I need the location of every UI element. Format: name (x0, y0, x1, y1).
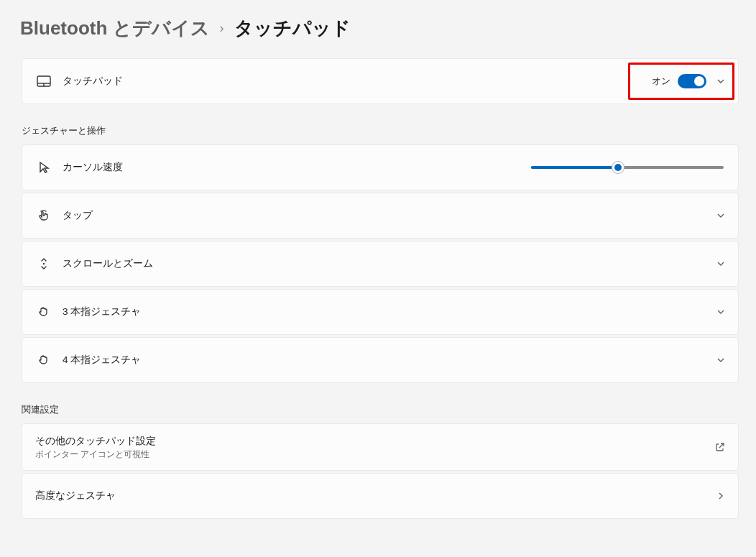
chevron-down-icon (716, 259, 725, 268)
four-finger-row[interactable]: 4 本指ジェスチャ (22, 337, 739, 383)
scroll-zoom-row[interactable]: スクロールとズーム (22, 241, 739, 287)
chevron-right-icon (716, 492, 725, 500)
section-title-gestures: ジェスチャーと操作 (22, 124, 739, 137)
scroll-zoom-icon (35, 257, 52, 270)
chevron-down-icon (716, 308, 725, 316)
svg-line-4 (719, 443, 724, 448)
svg-point-3 (43, 263, 45, 264)
three-finger-row[interactable]: 3 本指ジェスチャ (22, 289, 739, 335)
breadcrumb-current: タッチパッド (234, 16, 351, 41)
cursor-speed-label: カーソル速度 (63, 161, 123, 174)
three-finger-label: 3 本指ジェスチャ (63, 305, 141, 318)
settings-page: Bluetooth とデバイス › タッチパッド タッチパッド オン ジェスチャ… (0, 0, 756, 519)
open-external-icon (715, 442, 725, 452)
tap-label: タップ (63, 209, 93, 222)
chevron-down-icon (716, 356, 725, 364)
chevron-down-icon (716, 77, 725, 86)
chevron-down-icon (716, 211, 725, 220)
touchpad-toggle[interactable] (678, 74, 706, 88)
other-touchpad-sublabel: ポインター アイコンと可視性 (35, 449, 156, 460)
other-touchpad-settings-row[interactable]: その他のタッチパッド設定 ポインター アイコンと可視性 (22, 423, 739, 471)
breadcrumb: Bluetooth とデバイス › タッチパッド (20, 16, 739, 41)
advanced-gestures-label: 高度なジェスチャ (35, 489, 116, 502)
hand-icon (35, 354, 52, 367)
touchpad-toggle-row[interactable]: タッチパッド オン (22, 58, 739, 104)
breadcrumb-separator: › (220, 21, 224, 36)
section-title-related: 関連設定 (22, 403, 739, 416)
cursor-speed-slider[interactable] (531, 166, 724, 169)
cursor-icon (35, 161, 52, 174)
touchpad-label: タッチパッド (63, 75, 123, 88)
breadcrumb-parent-link[interactable]: Bluetooth とデバイス (20, 16, 210, 41)
touchpad-toggle-state-text: オン (652, 75, 670, 88)
touchpad-icon (35, 75, 52, 87)
four-finger-label: 4 本指ジェスチャ (63, 354, 141, 367)
scroll-zoom-label: スクロールとズーム (63, 257, 153, 270)
other-touchpad-label: その他のタッチパッド設定 (35, 435, 156, 448)
hand-icon (35, 305, 52, 318)
tap-icon (35, 209, 52, 222)
advanced-gestures-row[interactable]: 高度なジェスチャ (22, 473, 739, 519)
cursor-speed-row: カーソル速度 (22, 144, 739, 190)
tap-row[interactable]: タップ (22, 193, 739, 239)
